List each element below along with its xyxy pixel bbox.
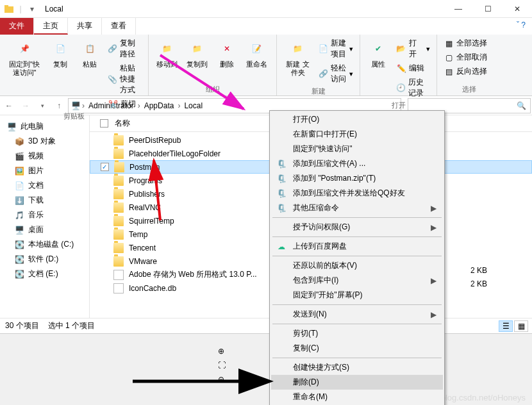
menu-item[interactable]: 打开(O) [271, 112, 443, 127]
view-icons-button[interactable]: ▦ [514, 320, 528, 332]
sidebar-item[interactable]: ⬇️下载 [3, 193, 87, 208]
properties-button[interactable]: ✔属性 [365, 37, 391, 70]
menu-item[interactable]: 在新窗口中打开(E) [271, 127, 443, 142]
sidebar-icon: ⬇️ [14, 195, 24, 206]
svg-rect-1 [4, 5, 8, 7]
archive-icon: 🗜️ [276, 159, 287, 169]
sidebar-item[interactable]: 💽软件 (D:) [3, 252, 87, 267]
sidebar-item[interactable]: 🖼️图片 [3, 163, 87, 178]
group-open-label: 打开 [365, 99, 431, 110]
menu-item[interactable]: 固定到"开始"屏幕(P) [271, 288, 443, 302]
tab-home[interactable]: 主页 [34, 18, 68, 35]
crumb-1[interactable]: AppData [142, 101, 177, 110]
dropdown-icon[interactable]: ▾ [27, 4, 37, 14]
menu-label: 重命名(M) [293, 392, 328, 402]
paste-button[interactable]: 📋粘贴 [77, 37, 103, 70]
menu-item[interactable]: 复制(C) [271, 341, 443, 356]
menu-separator [272, 304, 442, 305]
menu-item[interactable]: 重命名(M) [271, 390, 443, 404]
menu-item[interactable]: 发送到(N)▶ [271, 307, 443, 322]
menu-separator [272, 236, 442, 237]
open-button[interactable]: 📂打开 ▾ [395, 37, 431, 60]
select-all-button[interactable]: ▦全部选择 [442, 37, 488, 49]
sidebar-item[interactable]: 💽文档 (E:) [3, 267, 87, 281]
group-select-label: 选择 [442, 83, 496, 94]
menu-label: 添加到压缩文件并发送给QQ好友 [293, 188, 405, 199]
group-organize-label: 组织 [154, 83, 271, 94]
menu-item[interactable]: 剪切(T) [271, 326, 443, 341]
cut-button[interactable]: ✂️剪切 [106, 98, 143, 110]
tab-file[interactable]: 文件 [0, 18, 34, 35]
menu-item[interactable]: 创建快捷方式(S) [271, 360, 443, 375]
view-details-button[interactable]: ☰ [499, 320, 513, 332]
column-name[interactable]: 名称 [115, 118, 130, 129]
file-name: VMware [129, 257, 157, 266]
zoom-in-icon[interactable]: ⊕ [218, 347, 226, 356]
newfolder-button[interactable]: 📁新建 文件夹 [282, 37, 313, 78]
menu-item[interactable]: 🗜️添加到 "Postman.zip"(T) [271, 171, 443, 186]
group-new-label: 新建 [282, 85, 354, 96]
copy-path-button[interactable]: 🔗复制路径 [106, 37, 143, 60]
copy-button[interactable]: 📄复制 [47, 37, 73, 70]
tab-share[interactable]: 共享 [68, 18, 102, 35]
menu-item[interactable]: 包含到库中(I)▶ [271, 273, 443, 288]
folder-icon [4, 4, 14, 14]
sidebar-this-pc[interactable]: 🖥️此电脑 [3, 119, 87, 134]
history-button[interactable]: 🕘历史记录 [395, 76, 431, 99]
folder-icon [113, 202, 124, 213]
file-name: Tencent [129, 244, 156, 252]
easyaccess-button[interactable]: 🔗轻松访问 ▾ [317, 62, 354, 85]
menu-label: 复制(C) [293, 343, 319, 354]
context-menu: 打开(O)在新窗口中打开(E)固定到"快速访问"🗜️添加到压缩文件(A) ...… [269, 110, 445, 405]
menu-label: 打开(O) [293, 114, 319, 125]
delete-button[interactable]: ✕删除 [214, 37, 240, 70]
sidebar-item[interactable]: 🖥️桌面 [3, 222, 87, 237]
select-all-checkbox[interactable] [100, 119, 108, 128]
moveto-button[interactable]: 📁移动到 [154, 37, 180, 70]
folder-icon [114, 162, 124, 172]
close-button[interactable]: ✕ [503, 0, 532, 18]
copyto-button[interactable]: 📁复制到 [184, 37, 210, 70]
maximize-button[interactable]: ☐ [473, 0, 503, 18]
sidebar-item[interactable]: 💽本地磁盘 (C:) [3, 237, 87, 252]
file-name: Adobe 存储为 Web 所用格式 13.0 P... [129, 269, 257, 280]
paste-shortcut-button[interactable]: 📎粘贴快捷方式 [106, 62, 143, 96]
zoom-out-icon[interactable]: ⊖ [218, 375, 226, 384]
menu-item[interactable]: 固定到"快速访问" [271, 142, 443, 156]
menu-item[interactable]: 删除(D) [271, 375, 443, 390]
sidebar-icon: 💽 [14, 269, 24, 279]
sidebar-icon: 💽 [14, 240, 24, 250]
expand-icon[interactable]: ⛶ [218, 361, 226, 370]
edit-button[interactable]: ✏️编辑 [395, 62, 431, 74]
sidebar-item[interactable]: 📄文档 [3, 178, 87, 193]
status-item-count: 30 个项目 [5, 320, 39, 331]
menu-label: 发送到(N) [293, 309, 327, 320]
newitem-button[interactable]: 📄新建项目 ▾ [317, 37, 354, 60]
sidebar-item[interactable]: 🎵音乐 [3, 208, 87, 222]
archive-icon: 🗜️ [276, 203, 287, 213]
ribbon-toggle-icon[interactable]: ˇ ? [510, 18, 532, 35]
menu-label: 授予访问权限(G) [293, 222, 350, 233]
menu-item[interactable]: 还原以前的版本(V) [271, 258, 443, 273]
sidebar-item[interactable]: 📦3D 对象 [3, 134, 87, 149]
minimize-button[interactable]: — [444, 0, 473, 18]
sidebar-item[interactable]: 🎬视频 [3, 149, 87, 163]
pin-button[interactable]: 📌固定到"快 速访问" [5, 37, 44, 78]
archive-icon: 🗜️ [276, 188, 287, 199]
window-title: Local [41, 4, 63, 13]
select-none-button[interactable]: ▢全部取消 [442, 51, 488, 63]
menu-label: 上传到百度网盘 [293, 241, 347, 252]
menu-item[interactable]: 🗜️其他压缩命令▶ [271, 201, 443, 215]
sidebar-icon: 🎬 [14, 151, 24, 161]
menu-item[interactable]: ☁上传到百度网盘 [271, 239, 443, 254]
menu-item[interactable]: 授予访问权限(G)▶ [271, 220, 443, 235]
menu-item[interactable]: 🗜️添加到压缩文件并发送给QQ好友 [271, 186, 443, 201]
invert-select-button[interactable]: ▤反向选择 [442, 65, 488, 78]
row-checkbox[interactable] [101, 163, 109, 171]
crumb-2[interactable]: Local [181, 101, 205, 110]
submenu-arrow-icon: ▶ [431, 276, 436, 285]
tab-view[interactable]: 查看 [102, 18, 136, 35]
menu-item[interactable]: 🗜️添加到压缩文件(A) ... [271, 156, 443, 171]
file-name: IconCache.db [129, 284, 176, 293]
rename-button[interactable]: 📝重命名 [244, 37, 270, 70]
